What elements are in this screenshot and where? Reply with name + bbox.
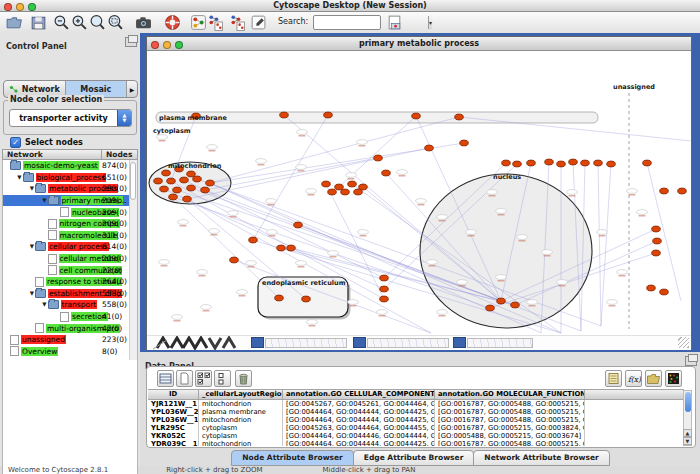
tree-row-cellular-metabol[interactable]: cellular metabol209(0) (3, 253, 137, 265)
unselected-node[interactable] (496, 275, 507, 280)
selected-node[interactable] (328, 189, 337, 195)
disclosure-triangle-icon[interactable]: ▼ (3, 241, 34, 252)
tree-scrollbar-thumb[interactable] (130, 162, 136, 200)
disclosure-triangle-icon[interactable]: ▼ (3, 183, 34, 194)
tab-overflow-arrow-icon[interactable]: ▶ (127, 81, 137, 97)
selected-node[interactable] (502, 160, 511, 166)
formula-builder-icon[interactable]: f(x) (625, 370, 642, 387)
selected-node[interactable] (335, 184, 344, 190)
tree-row-response-to-stimulu[interactable]: response to stimulu264(0) (3, 276, 137, 288)
unselected-node[interactable] (172, 315, 183, 320)
unselected-node[interactable] (159, 260, 170, 265)
tree-row-overview[interactable]: Overview8(0) (3, 346, 137, 358)
selected-node[interactable] (557, 161, 566, 167)
unselected-node[interactable] (597, 230, 608, 235)
unselected-node[interactable] (306, 189, 317, 194)
float-panel-icon[interactable] (125, 37, 137, 47)
selected-node[interactable] (160, 186, 169, 192)
unselected-node[interactable] (607, 300, 618, 305)
unselected-node[interactable] (557, 280, 568, 285)
selected-node[interactable] (277, 245, 286, 251)
tree-row-secretion[interactable]: secretion41(0) (3, 311, 137, 323)
selected-node[interactable] (354, 189, 363, 195)
selected-node[interactable] (678, 188, 687, 194)
minimize-icon[interactable] (163, 41, 171, 49)
resize-grip-icon[interactable] (678, 337, 689, 348)
selected-node[interactable] (643, 160, 652, 166)
selected-node[interactable] (169, 194, 178, 200)
node-color-select[interactable]: transporter activity ▲▼ (9, 109, 132, 127)
selected-node[interactable] (183, 196, 192, 202)
search-box[interactable]: ▾ (313, 15, 381, 30)
tree-scrollbar[interactable] (129, 160, 137, 360)
edge[interactable] (164, 189, 384, 289)
selected-node[interactable] (294, 222, 303, 228)
create-network-view-icon[interactable] (207, 14, 224, 31)
table-row[interactable]: YLR295Ccytoplasm[GO:0045263, GO:0044464,… (148, 424, 684, 432)
selected-node[interactable] (167, 178, 176, 184)
selected-node[interactable] (653, 238, 662, 244)
selected-node[interactable] (287, 245, 296, 251)
background-window-fragment[interactable] (353, 337, 366, 348)
tree-row-multi-organism-pro[interactable]: multi-organism pro42(0) (3, 322, 137, 334)
unselected-node[interactable] (627, 189, 638, 194)
unselected-node[interactable] (207, 145, 218, 150)
background-window-fragment[interactable] (467, 338, 533, 348)
new-attribute-icon[interactable] (176, 370, 193, 387)
unselected-node[interactable] (457, 280, 468, 285)
selected-node[interactable] (380, 296, 389, 302)
selected-node[interactable] (513, 161, 522, 167)
disclosure-triangle-icon[interactable]: ▼ (3, 299, 47, 310)
unselected-node[interactable] (296, 261, 307, 266)
zoom-out-icon[interactable] (53, 14, 70, 31)
selected-node[interactable] (173, 187, 182, 193)
column-header-2[interactable]: annotation.GO CELLULAR_COMPONENT (283, 390, 435, 399)
unselected-node[interactable] (178, 220, 189, 225)
tree-header-nodes[interactable]: Nodes (102, 150, 137, 159)
minimize-icon[interactable] (16, 3, 24, 11)
zoom-fit-icon[interactable] (89, 14, 106, 31)
selected-node[interactable] (341, 189, 350, 195)
selected-node[interactable] (180, 177, 189, 183)
tree-row-cell-communicat[interactable]: cell communicat22(0) (3, 264, 137, 276)
selected-node[interactable] (594, 160, 603, 166)
unselected-node[interactable] (466, 230, 477, 235)
disclosure-triangle-icon[interactable]: ▼ (3, 288, 34, 299)
selected-node[interactable] (647, 285, 656, 291)
selected-node[interactable] (527, 160, 536, 166)
table-row[interactable]: YJR121W__1mitochondrion[GO:0045267, GO:0… (148, 400, 684, 408)
unselected-node[interactable] (348, 300, 359, 305)
unselected-node[interactable] (209, 229, 220, 234)
unselected-node[interactable] (358, 230, 369, 235)
unselected-node[interactable] (201, 305, 212, 310)
tree-row-unassigned[interactable]: unassigned223(0) (3, 334, 137, 346)
tab-node-attribute-browser[interactable]: Node Attribute Browser (231, 450, 353, 466)
edge[interactable] (598, 163, 601, 326)
tree-row-nucleobase-[interactable]: nucleobase-209(0) (3, 206, 137, 218)
scroll-up-icon[interactable]: ▲ (683, 429, 692, 437)
tree-row-biological-process[interactable]: ▼biological_process651(0) (3, 172, 137, 184)
selected-node[interactable] (486, 305, 495, 311)
selected-node[interactable] (322, 181, 331, 187)
selected-node[interactable] (412, 113, 421, 119)
selected-node[interactable] (302, 296, 311, 302)
column-header-0[interactable]: ID (148, 390, 199, 399)
unselected-node[interactable] (246, 261, 257, 266)
selected-node[interactable] (201, 187, 210, 193)
zoom-window-icon[interactable] (28, 3, 36, 11)
selected-node[interactable] (230, 257, 239, 263)
selected-node[interactable] (280, 112, 289, 118)
unselected-node[interactable] (496, 209, 507, 214)
attribute-matrix-icon[interactable] (665, 370, 682, 387)
selected-node[interactable] (660, 289, 669, 295)
unselected-node[interactable] (437, 310, 448, 315)
select-all-attributes-icon[interactable] (195, 370, 212, 387)
snapshot-camera-icon[interactable] (135, 14, 152, 31)
unselected-node[interactable] (228, 211, 239, 216)
selected-node[interactable] (460, 140, 469, 146)
scroll-down-icon[interactable]: ▼ (683, 437, 692, 445)
tree-row-metabolic-process[interactable]: ▼metabolic process280(0) (3, 183, 137, 195)
selected-node[interactable] (511, 302, 520, 308)
selected-node[interactable] (380, 275, 389, 281)
selected-node[interactable] (275, 295, 284, 301)
